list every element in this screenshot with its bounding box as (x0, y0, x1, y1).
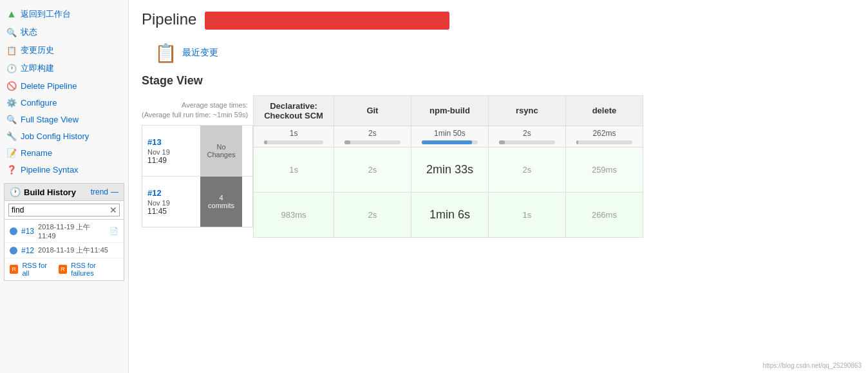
cell-13-rsync: 2s (488, 147, 565, 192)
col-header-checkout: Declarative:Checkout SCM (254, 95, 334, 126)
col-header-rsync: rsync (488, 95, 565, 126)
main-content: Pipeline 📋 最近变更 Stage View Average stage… (129, 0, 868, 373)
trend-dash: — (111, 187, 118, 196)
status-icon: 🔍 (6, 27, 17, 37)
build-date-13: 2018-11-19 上午11:49 (38, 222, 106, 240)
sidebar-link-pipeline-syntax[interactable]: Pipeline Syntax (21, 165, 79, 175)
build-history-title: 🕐 Build History (10, 187, 76, 197)
sidebar-link-delete[interactable]: Delete Pipeline (21, 81, 77, 91)
sidebar-item-status[interactable]: 🔍 状态 (0, 23, 128, 41)
run-date-13: Nov 19 (147, 148, 170, 156)
sidebar-link-job-config[interactable]: Job Config History (21, 131, 89, 141)
cell-12-checkout: 983ms (254, 192, 334, 237)
rename-icon: 📝 (6, 148, 17, 158)
build-date-12: 2018-11-19 上午11:45 (38, 245, 108, 255)
rss-all-icon: R (10, 265, 18, 274)
rss-failures-icon: R (59, 265, 67, 274)
build-search-input[interactable] (8, 204, 120, 216)
run-status-12: 4commits (200, 177, 242, 227)
run-label-12: #12 Nov 19 11:45 (142, 177, 200, 227)
syntax-icon: ❓ (6, 164, 17, 175)
build-item-12: #12 2018-11-19 上午11:45 (5, 243, 124, 258)
sidebar-link-back[interactable]: 返回到工作台 (21, 8, 71, 20)
avg-row: 1s 2s 1min 50s 2s (254, 126, 643, 147)
sidebar-item-history[interactable]: 📋 变更历史 (0, 41, 128, 59)
sidebar-item-rename[interactable]: 📝 Rename (0, 144, 128, 161)
avg-git: 2s (334, 126, 411, 147)
build-icon: 🕐 (6, 63, 17, 73)
build-link-13[interactable]: #13 (21, 227, 34, 236)
clear-search-button[interactable]: ✕ (109, 205, 117, 215)
job-config-icon: 🔧 (6, 131, 17, 141)
trend-link[interactable]: trend (91, 187, 108, 196)
sidebar-item-job-config[interactable]: 🔧 Job Config History (0, 128, 128, 144)
sidebar-link-configure[interactable]: Configure (21, 98, 57, 108)
sidebar-link-build-now[interactable]: 立即构建 (21, 62, 54, 74)
stage-view-container: Average stage times: (Average full run t… (142, 95, 855, 238)
run-label-13: #13 Nov 19 11:49 (142, 126, 200, 176)
sidebar-item-build-now[interactable]: 🕐 立即构建 (0, 59, 128, 77)
rss-failures-link[interactable]: RSS for failures (71, 262, 118, 277)
build-history-icon: 🕐 (10, 187, 21, 197)
run-time-12: 11:45 (147, 207, 167, 216)
avg-checkout: 1s (254, 126, 334, 147)
rss-links-container: R RSS for all R RSS for failures (5, 258, 124, 280)
run-block-13: #13 Nov 19 11:49 NoChanges (142, 125, 253, 177)
recent-changes-link[interactable]: 最近变更 (182, 47, 218, 59)
sidebar-link-full-stage-view[interactable]: Full Stage View (21, 115, 79, 124)
recent-changes-icon: 📋 (155, 43, 177, 64)
build-history-label: Build History (24, 187, 76, 197)
cell-12-git: 2s (334, 192, 411, 237)
data-row-13: 1s 2s 2min 33s 2s 259ms (254, 147, 643, 192)
build-history-panel: 🕐 Build History trend — ✕ #13 2018-11-19… (4, 183, 124, 281)
recent-changes-section: 📋 最近变更 (155, 43, 855, 64)
configure-icon: ⚙️ (6, 97, 17, 108)
run-list: Average stage times: (Average full run t… (142, 95, 253, 227)
avg-delete: 262ms (565, 126, 643, 147)
col-header-delete: delete (565, 95, 643, 126)
data-row-12: 983ms 2s 1min 6s 1s 266ms (254, 192, 643, 237)
avg-times-text: Average stage times: (Average full run t… (142, 95, 253, 126)
sidebar-item-delete[interactable]: 🚫 Delete Pipeline (0, 77, 128, 94)
build-history-header: 🕐 Build History trend — (5, 184, 124, 201)
cell-13-checkout: 1s (254, 147, 334, 192)
run-status-13: NoChanges (200, 126, 242, 176)
sidebar-item-full-stage-view[interactable]: 🔍 Full Stage View (0, 111, 128, 128)
stage-table: Declarative:Checkout SCM Git npm-build r… (253, 95, 643, 238)
history-icon: 📋 (6, 45, 17, 55)
run-time-13: 11:49 (147, 156, 167, 165)
rss-all-link[interactable]: RSS for all (22, 262, 54, 277)
stage-view-title: Stage View (142, 74, 855, 88)
sidebar: ▲ 返回到工作台 🔍 状态 📋 变更历史 🕐 立即构建 🚫 Delete Pip… (0, 0, 129, 373)
sidebar-item-pipeline-syntax[interactable]: ❓ Pipeline Syntax (0, 161, 128, 178)
sidebar-link-status[interactable]: 状态 (21, 26, 37, 38)
col-header-git: Git (334, 95, 411, 126)
up-arrow-icon: ▲ (6, 9, 17, 19)
sidebar-link-history[interactable]: 变更历史 (21, 44, 54, 56)
build-history-links: trend — (91, 187, 118, 196)
cell-12-rsync: 1s (488, 192, 565, 237)
page-title: Pipeline (142, 10, 855, 30)
cell-13-npm-build: 2min 33s (411, 147, 488, 192)
build-search-container: ✕ (5, 201, 124, 220)
sidebar-link-rename[interactable]: Rename (21, 148, 52, 158)
full-view-icon: 🔍 (6, 114, 17, 124)
watermark: https://blog.csdn.net/qq_25290863 (763, 362, 862, 369)
cell-12-npm-build: 1min 6s (411, 192, 488, 237)
cell-12-delete: 266ms (565, 192, 643, 237)
col-header-npm-build: npm-build (411, 95, 488, 126)
redacted-title (205, 12, 449, 30)
sidebar-item-configure[interactable]: ⚙️ Configure (0, 94, 128, 111)
build-status-icon-12 (10, 247, 17, 254)
avg-npm-build: 1min 50s (411, 126, 488, 147)
run-number-12[interactable]: #12 (147, 188, 162, 198)
cell-13-git: 2s (334, 147, 411, 192)
build-link-12[interactable]: #12 (21, 246, 34, 255)
avg-rsync: 2s (488, 126, 565, 147)
cell-13-delete: 259ms (565, 147, 643, 192)
run-block-12: #12 Nov 19 11:45 4commits (142, 176, 253, 227)
build-status-icon-13 (10, 227, 17, 235)
sidebar-item-back[interactable]: ▲ 返回到工作台 (0, 5, 128, 23)
run-date-12: Nov 19 (147, 199, 170, 207)
run-number-13[interactable]: #13 (147, 137, 162, 147)
